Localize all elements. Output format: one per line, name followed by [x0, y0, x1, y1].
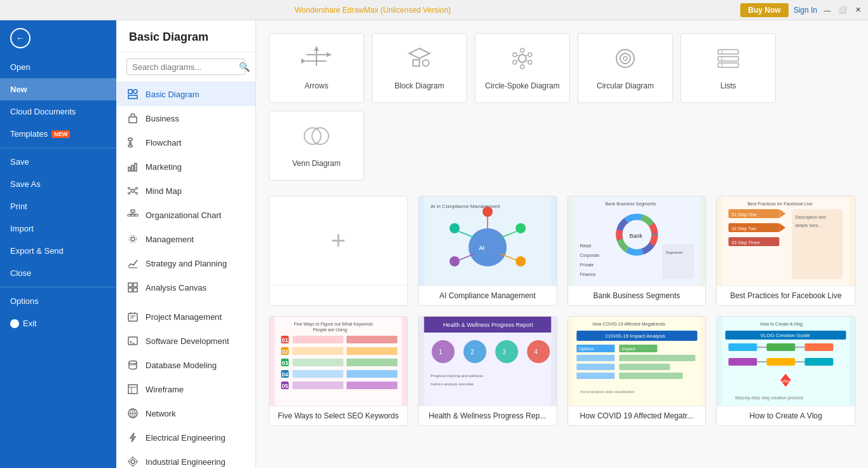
cat-item-business[interactable]: Business: [116, 106, 255, 130]
diagram-type-circle-spoke[interactable]: Circle-Spoke Diagram: [475, 33, 570, 103]
svg-text:2: 2: [470, 348, 474, 355]
sidebar-item-close[interactable]: Close: [0, 262, 116, 284]
cat-item-project[interactable]: Project Management: [116, 305, 255, 329]
sidebar-item-exit[interactable]: Exit: [0, 312, 116, 334]
bank-business-label: Bank Business Segments: [568, 286, 706, 305]
minimize-button[interactable]: —: [822, 5, 832, 15]
diagram-type-row: Arrows Block Diagram: [269, 33, 855, 181]
svg-rect-136: [346, 336, 397, 343]
category-panel-header: Basic Diagram: [116, 20, 255, 52]
cat-item-electrical[interactable]: Electrical Engineering: [116, 425, 255, 450]
template-new-card[interactable]: +: [269, 196, 408, 306]
svg-rect-140: [346, 347, 397, 355]
cat-label-database: Database Modeling: [146, 361, 217, 370]
svg-marker-63: [409, 48, 430, 59]
template-facebook-live[interactable]: Best Practices for Facebook Live 01 Step…: [716, 196, 855, 306]
app-title-suffix: (Unlicensed Version): [379, 6, 451, 15]
template-vlog[interactable]: How to Create A Vlog VLOG Creation Guide: [716, 316, 855, 426]
cat-item-software[interactable]: Software Development: [116, 329, 255, 353]
ai-compliance-label: AI Compliance Management: [419, 286, 557, 305]
sidebar-item-print[interactable]: Print: [0, 195, 116, 217]
cat-item-management[interactable]: Management: [116, 227, 255, 251]
diagram-type-circular[interactable]: Circular Diagram: [578, 33, 673, 103]
category-panel: Basic Diagram 🔍 Basic Diagram Business: [116, 20, 256, 468]
circle-spoke-label: Circle-Spoke Diagram: [485, 81, 559, 90]
svg-marker-58: [327, 52, 332, 57]
svg-rect-0: [128, 90, 132, 93]
facebook-live-label: Best Practices for Facebook Live: [717, 286, 855, 305]
sidebar-item-options[interactable]: Options: [0, 290, 116, 312]
svg-rect-148: [346, 370, 397, 378]
svg-rect-147: [292, 370, 343, 378]
svg-point-67: [520, 48, 524, 52]
svg-rect-8: [132, 165, 133, 171]
cat-item-basic[interactable]: Basic Diagram: [116, 82, 255, 106]
cat-item-marketing[interactable]: Marketing: [116, 155, 255, 179]
cat-label-industrial: Industrial Engineering: [146, 457, 226, 467]
svg-marker-48: [130, 433, 135, 442]
sidebar-item-cloud[interactable]: Cloud Documents: [0, 100, 116, 123]
sidebar-item-save-as[interactable]: Save As: [0, 173, 116, 195]
cat-item-database[interactable]: Database Modeling: [116, 353, 255, 377]
svg-point-99: [482, 207, 492, 217]
svg-text:details here...: details here...: [796, 223, 822, 228]
svg-rect-173: [576, 355, 614, 361]
svg-rect-30: [128, 288, 132, 292]
main-content: Arrows Block Diagram: [256, 20, 868, 468]
svg-text:Progress tracking and wellness: Progress tracking and wellness: [430, 374, 483, 378]
sign-in-link[interactable]: Sign In: [794, 6, 817, 15]
cat-item-mindmap[interactable]: Mind Map: [116, 179, 255, 203]
cat-label-management: Management: [146, 235, 194, 244]
svg-line-15: [130, 189, 132, 190]
cat-icon-strategy: [126, 257, 139, 270]
sidebar-item-import[interactable]: Import: [0, 217, 116, 240]
close-button[interactable]: ✕: [853, 5, 863, 15]
sidebar-item-export[interactable]: Export & Send: [0, 240, 116, 262]
template-health-wellness[interactable]: Health & Wellness Progress Report Health…: [418, 316, 557, 426]
template-seo-keywords[interactable]: Five Ways to Figure out What Keywords Pe…: [269, 316, 408, 426]
svg-rect-82: [718, 50, 738, 54]
sidebar-item-new[interactable]: New: [0, 78, 116, 100]
svg-rect-127: [792, 209, 843, 279]
cat-icon-business: [126, 112, 139, 125]
diagram-type-arrows[interactable]: Arrows: [269, 33, 364, 103]
sidebar-item-open[interactable]: Open: [0, 56, 116, 78]
cat-item-industrial[interactable]: Industrial Engineering: [116, 450, 255, 468]
cat-icon-network: [126, 407, 139, 420]
cat-item-strategy[interactable]: Strategy and Planning: [116, 251, 255, 275]
template-covid[interactable]: How COVID-19 Affected Megatrends COVID-1…: [567, 316, 707, 426]
cat-item-network[interactable]: Network: [116, 401, 255, 425]
cat-label-orgchart: Organizational Chart: [146, 210, 221, 220]
svg-text:02 Step Two: 02 Step Two: [732, 226, 757, 231]
cat-label-wireframe: Wireframe: [146, 385, 184, 394]
sidebar-item-templates[interactable]: Templates NEW: [0, 123, 116, 145]
ai-compliance-preview: AI in Compliance Management AI: [419, 196, 557, 286]
svg-rect-29: [133, 283, 137, 287]
sidebar-item-save[interactable]: Save: [0, 151, 116, 173]
cat-item-orgchart[interactable]: Organizational Chart: [116, 203, 255, 227]
cat-item-flowchart[interactable]: Flowchart: [116, 130, 255, 155]
svg-text:03 Step Three: 03 Step Three: [732, 240, 760, 245]
svg-marker-62: [314, 46, 319, 51]
svg-point-10: [132, 189, 135, 193]
svg-text:1: 1: [438, 348, 442, 355]
maximize-button[interactable]: ⬜: [837, 5, 848, 15]
template-bank-business[interactable]: Bank Business Segments Bank Retail Corpo…: [567, 196, 707, 306]
cat-icon-software: [126, 334, 139, 347]
diagram-type-lists[interactable]: Lists: [681, 33, 776, 103]
cat-item-wireframe[interactable]: Wireframe: [116, 377, 255, 401]
cat-item-analysis[interactable]: Analysis Canvas: [116, 275, 255, 299]
diagram-type-venn[interactable]: Venn Diagram: [269, 111, 364, 181]
search-input-wrap[interactable]: 🔍: [126, 59, 245, 75]
svg-point-102: [449, 256, 459, 266]
search-input[interactable]: [132, 62, 239, 72]
svg-text:How COVID-19 Affected Megatren: How COVID-19 Affected Megatrends: [592, 322, 665, 327]
template-ai-compliance[interactable]: AI in Compliance Management AI: [418, 196, 557, 306]
buy-now-button[interactable]: Buy Now: [740, 3, 788, 17]
cat-icon-orgchart: [126, 209, 139, 221]
diagram-type-block[interactable]: Block Diagram: [372, 33, 467, 103]
svg-text:01 Step One: 01 Step One: [732, 212, 757, 217]
svg-text:Step-by-step vlog creation pro: Step-by-step vlog creation process: [735, 396, 804, 401]
cat-icon-industrial: [126, 455, 139, 468]
back-button[interactable]: ←: [0, 20, 116, 56]
